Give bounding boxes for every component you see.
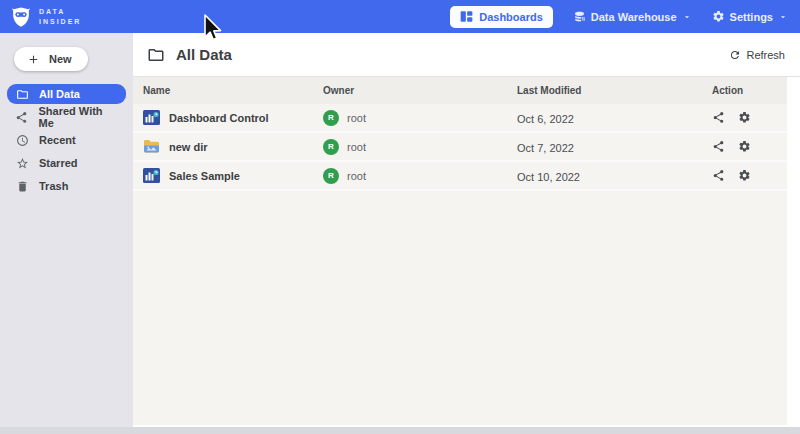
owner-name: root xyxy=(347,112,366,124)
dashboard-grid-icon xyxy=(460,10,473,23)
top-navbar: DATA INSIDER Dashboards xyxy=(0,0,800,33)
sidebar-item-starred[interactable]: Starred xyxy=(7,153,126,173)
refresh-button[interactable]: Refresh xyxy=(729,49,785,61)
owner-name: root xyxy=(347,170,366,182)
share-icon xyxy=(15,110,29,124)
folder-icon xyxy=(147,46,165,64)
row-settings-button[interactable] xyxy=(738,111,751,124)
column-header-owner: Owner xyxy=(323,85,517,96)
owner-avatar: R xyxy=(323,168,339,184)
sidebar-item-label: All Data xyxy=(39,88,80,100)
last-modified-date: Oct 7, 2022 xyxy=(517,142,574,154)
share-button[interactable] xyxy=(712,111,725,124)
row-settings-button[interactable] xyxy=(738,140,751,153)
star-icon xyxy=(15,156,29,170)
folder-file-icon xyxy=(143,139,160,154)
plus-icon xyxy=(27,53,40,66)
column-header-action: Action xyxy=(712,85,787,96)
sidebar-item-label: Recent xyxy=(39,134,76,146)
sidebar-item-label: Trash xyxy=(39,180,68,192)
folder-icon xyxy=(15,87,29,101)
window-bottom-edge xyxy=(0,427,800,434)
share-button[interactable] xyxy=(712,169,725,182)
data-warehouse-label: Data Warehouse xyxy=(591,11,677,23)
chevron-down-icon xyxy=(682,12,692,22)
refresh-button-label: Refresh xyxy=(746,49,785,61)
owner-name: root xyxy=(347,141,366,153)
file-name: Dashboard Control xyxy=(169,112,269,124)
last-modified-date: Oct 10, 2022 xyxy=(517,171,580,183)
data-table: Name Owner Last Modified Action xyxy=(133,77,787,425)
clock-icon xyxy=(15,133,29,147)
sidebar: New All Data Shared With Me Recent xyxy=(0,33,133,427)
sidebar-item-recent[interactable]: Recent xyxy=(7,130,126,150)
dashboard-file-icon xyxy=(143,168,160,183)
share-button[interactable] xyxy=(712,140,725,153)
owner-avatar: R xyxy=(323,139,339,155)
row-settings-button[interactable] xyxy=(738,169,751,182)
last-modified-date: Oct 6, 2022 xyxy=(517,113,574,125)
refresh-icon xyxy=(729,49,741,61)
table-row[interactable]: new dir R root Oct 7, 2022 xyxy=(133,133,787,162)
new-button[interactable]: New xyxy=(14,47,88,71)
database-icon xyxy=(573,10,586,23)
sidebar-item-all-data[interactable]: All Data xyxy=(7,84,126,104)
brand-name: DATA INSIDER xyxy=(39,7,81,26)
brand-logo: DATA INSIDER xyxy=(10,6,81,28)
owner-avatar: R xyxy=(323,110,339,126)
table-row[interactable]: Dashboard Control R root Oct 6, 2022 xyxy=(133,104,787,133)
sidebar-item-label: Starred xyxy=(39,157,78,169)
gear-icon xyxy=(712,10,725,23)
main-header: All Data Refresh xyxy=(133,33,800,77)
dashboards-button-label: Dashboards xyxy=(479,11,543,23)
trash-icon xyxy=(15,179,29,193)
sidebar-item-label: Shared With Me xyxy=(39,105,119,129)
page-title: All Data xyxy=(176,46,232,63)
settings-label: Settings xyxy=(730,11,773,23)
dashboard-file-icon xyxy=(143,110,160,125)
column-header-last-modified: Last Modified xyxy=(517,85,712,96)
owl-logo-icon xyxy=(10,6,32,28)
main-content: All Data Refresh Name Owner Last Modifie… xyxy=(133,33,800,427)
file-name: new dir xyxy=(169,141,208,153)
new-button-label: New xyxy=(49,53,72,65)
file-name: Sales Sample xyxy=(169,170,240,182)
column-header-name: Name xyxy=(133,85,323,96)
settings-menu[interactable]: Settings xyxy=(712,10,788,23)
table-row[interactable]: Sales Sample R root Oct 10, 2022 xyxy=(133,162,787,191)
dashboards-button[interactable]: Dashboards xyxy=(450,6,553,28)
data-warehouse-menu[interactable]: Data Warehouse xyxy=(573,10,692,23)
table-header-row: Name Owner Last Modified Action xyxy=(133,77,787,104)
sidebar-item-shared-with-me[interactable]: Shared With Me xyxy=(7,107,126,127)
sidebar-item-trash[interactable]: Trash xyxy=(7,176,126,196)
chevron-down-icon xyxy=(778,12,788,22)
